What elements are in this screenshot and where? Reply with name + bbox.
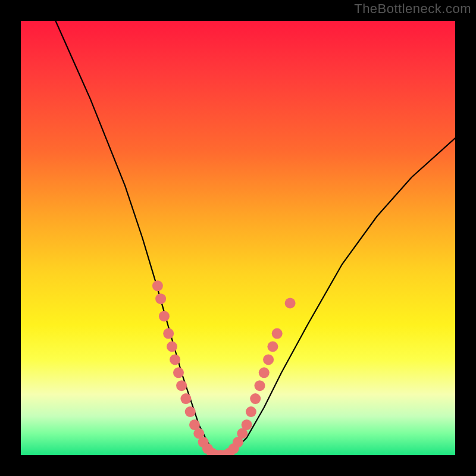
- marker-group: [152, 280, 296, 455]
- data-marker: [167, 342, 177, 352]
- data-marker: [242, 419, 252, 430]
- chart-frame: TheBottleneck.com: [0, 0, 476, 476]
- data-marker: [272, 328, 283, 339]
- data-marker: [285, 298, 296, 309]
- data-marker: [250, 393, 261, 404]
- data-marker: [267, 342, 278, 352]
- data-marker: [159, 311, 170, 321]
- data-marker: [170, 354, 180, 365]
- data-marker: [176, 380, 187, 391]
- data-marker: [259, 367, 270, 378]
- data-marker: [246, 406, 256, 417]
- data-marker: [152, 280, 163, 291]
- data-marker: [255, 380, 265, 391]
- plot-area: [21, 21, 455, 455]
- data-marker: [163, 328, 174, 339]
- data-marker: [155, 293, 166, 304]
- data-marker: [180, 393, 191, 404]
- watermark-text: TheBottleneck.com: [354, 1, 471, 17]
- bottleneck-curve: [55, 21, 455, 455]
- curve-layer: [21, 21, 455, 455]
- data-marker: [263, 354, 274, 365]
- data-marker: [173, 367, 184, 378]
- data-marker: [185, 406, 196, 417]
